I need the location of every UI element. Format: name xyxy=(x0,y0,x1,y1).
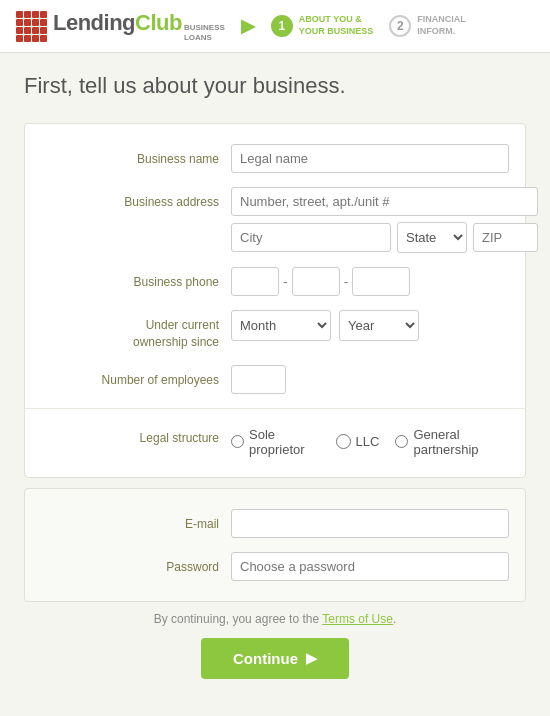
logo-sub: BUSINESSLOANS xyxy=(184,23,225,42)
email-controls xyxy=(231,509,509,538)
bottom-area: By continuing, you agree to the Terms of… xyxy=(24,612,526,679)
business-name-controls xyxy=(231,144,509,173)
phone-area-input[interactable] xyxy=(231,267,279,296)
continue-button[interactable]: Continue ▶ xyxy=(201,638,349,679)
page-title: First, tell us about your business. xyxy=(24,73,526,99)
phone-prefix-input[interactable] xyxy=(292,267,340,296)
ownership-since-row: Under currentownership since Month Janua… xyxy=(41,310,509,351)
ownership-since-label: Under currentownership since xyxy=(41,310,231,351)
radio-general-partnership[interactable]: General partnership xyxy=(395,427,509,457)
continue-label: Continue xyxy=(233,650,298,667)
state-select[interactable]: State ALAKAZCA COFLGANY TX xyxy=(397,222,467,253)
step-arrow: ▶ xyxy=(241,15,255,37)
password-label: Password xyxy=(41,552,231,576)
employees-controls xyxy=(231,365,509,394)
employees-label: Number of employees xyxy=(41,365,231,389)
business-phone-label: Business phone xyxy=(41,267,231,291)
month-select[interactable]: Month JanuaryFebruaryMarch AprilMayJune … xyxy=(231,310,331,341)
terms-link[interactable]: Terms of Use xyxy=(322,612,393,626)
email-row: E-mail xyxy=(41,509,509,538)
city-state-zip-row: State ALAKAZCA COFLGANY TX xyxy=(231,222,538,253)
year-select[interactable]: Year 202420232022 202020152010 20052000 xyxy=(339,310,419,341)
radio-llc-input[interactable] xyxy=(336,434,351,449)
radio-llc[interactable]: LLC xyxy=(336,434,380,449)
header: LendingClub BUSINESSLOANS ▶ 1 ABOUT YOU … xyxy=(0,0,550,53)
step-1-label: ABOUT YOU &YOUR BUSINESS xyxy=(299,14,374,37)
street-address-input[interactable] xyxy=(231,187,538,216)
business-name-label: Business name xyxy=(41,144,231,168)
password-row: Password xyxy=(41,552,509,581)
radio-sole-proprietor[interactable]: Sole proprietor xyxy=(231,427,320,457)
business-phone-controls: - - xyxy=(231,267,509,296)
legal-structure-row: Legal structure Sole proprietor LLC Gene… xyxy=(41,423,509,457)
business-name-input[interactable] xyxy=(231,144,509,173)
radio-sole-label: Sole proprietor xyxy=(249,427,320,457)
radio-sole-input[interactable] xyxy=(231,434,244,449)
business-name-row: Business name xyxy=(41,144,509,173)
phone-sep-1: - xyxy=(283,274,288,290)
business-address-controls: State ALAKAZCA COFLGANY TX xyxy=(231,187,538,253)
password-controls xyxy=(231,552,509,581)
legal-structure-label: Legal structure xyxy=(41,423,231,447)
step-1: 1 ABOUT YOU &YOUR BUSINESS xyxy=(271,14,374,37)
ownership-since-controls: Month JanuaryFebruaryMarch AprilMayJune … xyxy=(231,310,509,341)
employees-input[interactable] xyxy=(231,365,286,394)
business-address-row: Business address State ALAKAZCA COFLGANY… xyxy=(41,187,509,253)
account-section: E-mail Password xyxy=(24,488,526,602)
step-2-circle: 2 xyxy=(389,15,411,37)
phone-line-input[interactable] xyxy=(352,267,410,296)
email-input[interactable] xyxy=(231,509,509,538)
business-phone-row: Business phone - - xyxy=(41,267,509,296)
employees-row: Number of employees xyxy=(41,365,509,394)
step-1-circle: 1 xyxy=(271,15,293,37)
legal-structure-controls: Sole proprietor LLC General partnership xyxy=(231,423,509,457)
zip-input[interactable] xyxy=(473,223,538,252)
business-section: Business name Business address State ALA… xyxy=(24,123,526,478)
section-divider xyxy=(25,408,525,409)
business-address-label: Business address xyxy=(41,187,231,211)
main-content: First, tell us about your business. Busi… xyxy=(0,53,550,699)
phone-fields: - - xyxy=(231,267,509,296)
password-input[interactable] xyxy=(231,552,509,581)
city-input[interactable] xyxy=(231,223,391,252)
continue-arrow-icon: ▶ xyxy=(306,650,317,666)
radio-gp-input[interactable] xyxy=(395,434,408,449)
step-2-label: FINANCIALINFORM. xyxy=(417,14,466,37)
phone-sep-2: - xyxy=(344,274,349,290)
step-2: 2 FINANCIALINFORM. xyxy=(389,14,466,37)
radio-llc-label: LLC xyxy=(356,434,380,449)
date-fields: Month JanuaryFebruaryMarch AprilMayJune … xyxy=(231,310,509,341)
terms-text: By continuing, you agree to the Terms of… xyxy=(34,612,516,626)
logo: LendingClub BUSINESSLOANS xyxy=(16,10,225,42)
logo-grid-icon xyxy=(16,11,47,42)
legal-structure-radio-group: Sole proprietor LLC General partnership xyxy=(231,423,509,457)
logo-text: LendingClub xyxy=(53,10,182,36)
radio-gp-label: General partnership xyxy=(413,427,509,457)
email-label: E-mail xyxy=(41,509,231,533)
